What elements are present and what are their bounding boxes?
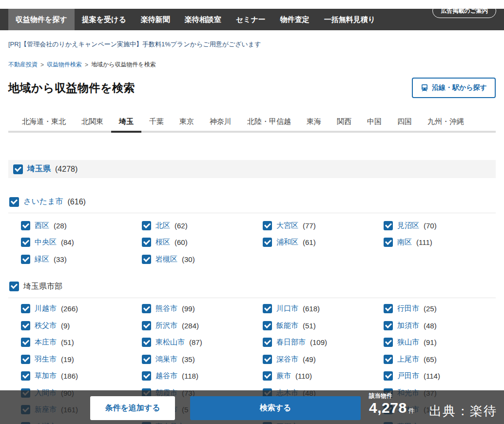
checkbox-checked-icon[interactable] [21,321,30,330]
nav-item[interactable]: 提案を受ける [75,9,134,30]
ward-label[interactable]: 見沼区 [397,221,419,230]
region-tab[interactable]: 神奈川 [202,113,239,133]
checkbox-checked-icon[interactable] [384,338,393,347]
city-checkbox-item[interactable]: 飯能市 (51) [263,317,384,334]
city-label[interactable]: 飯能市 [276,321,298,330]
region-tab[interactable]: 北関東 [74,113,111,133]
checkbox-checked-icon[interactable] [9,282,19,291]
checkbox-checked-icon[interactable] [142,255,151,264]
search-by-line-station-button[interactable]: 沿線・駅から探す [412,78,496,98]
checkbox-checked-icon[interactable] [263,221,272,230]
city-label[interactable]: 深谷市 [276,355,298,364]
nav-item[interactable]: 楽待新聞 [134,9,177,30]
checkbox-checked-icon[interactable] [384,304,393,313]
nav-item[interactable]: 一括無料見積り [317,9,383,30]
city-checkbox-item[interactable]: 草加市 (186) [21,368,142,385]
checkbox-checked-icon[interactable] [263,304,272,313]
nav-item[interactable]: 物件査定 [273,9,317,30]
city-label[interactable]: 本庄市 [35,338,57,347]
checkbox-checked-icon[interactable] [13,164,23,174]
city-label[interactable]: 狭山市 [397,338,419,347]
checkbox-checked-icon[interactable] [9,197,19,207]
city-checkbox-item[interactable]: 秩父市 (9) [21,317,142,334]
ward-checkbox-item[interactable]: 大宮区 (77) [263,217,384,234]
checkbox-checked-icon[interactable] [142,321,151,330]
ward-label[interactable]: 浦和区 [276,238,298,247]
region-tab[interactable]: 東海 [299,113,329,133]
checkbox-checked-icon[interactable] [263,338,272,347]
checkbox-checked-icon[interactable] [384,238,393,247]
region-tab[interactable]: 関西 [329,113,359,133]
city-label[interactable]: 羽生市 [35,355,57,364]
city-checkbox-item[interactable]: 狭山市 (91) [384,334,504,351]
checkbox-checked-icon[interactable] [263,371,272,381]
ward-checkbox-item[interactable]: 緑区 (33) [21,251,142,268]
city-checkbox-item[interactable]: 川口市 (618) [263,301,384,318]
checkbox-checked-icon[interactable] [142,238,151,247]
city-checkbox-item[interactable]: 本庄市 (51) [21,334,142,351]
city-checkbox-item[interactable]: 所沢市 (284) [142,317,263,334]
nav-item[interactable]: 楽待相談室 [177,9,229,30]
ward-label[interactable]: 桜区 [155,238,170,247]
ward-checkbox-item[interactable]: 西区 (28) [21,217,142,234]
city-label[interactable]: 熊谷市 [155,304,177,313]
checkbox-checked-icon[interactable] [384,371,393,381]
ward-checkbox-item[interactable]: 北区 (62) [142,217,263,234]
checkbox-checked-icon[interactable] [142,221,151,230]
checkbox-checked-icon[interactable] [21,338,30,347]
checkbox-checked-icon[interactable] [142,338,151,347]
city-label[interactable]: 行田市 [397,304,419,313]
ward-label[interactable]: 西区 [35,221,49,230]
add-condition-button[interactable]: 条件を追加する [90,396,175,420]
region-tab[interactable]: 千葉 [141,113,172,133]
city-label[interactable]: 蕨市 [276,371,291,381]
checkbox-checked-icon[interactable] [142,355,151,364]
city-label[interactable]: 草加市 [35,371,57,381]
checkbox-checked-icon[interactable] [384,355,393,364]
city-checkbox-item[interactable]: 熊谷市 (99) [142,301,263,318]
checkbox-checked-icon[interactable] [21,304,30,313]
city-checkbox-item[interactable]: 春日部市 (109) [263,334,384,351]
checkbox-checked-icon[interactable] [142,371,151,381]
city-label[interactable]: 秩父市 [35,321,57,330]
ward-label[interactable]: 南区 [397,238,412,247]
ward-checkbox-item[interactable]: 浦和区 (61) [263,234,384,251]
city-label[interactable]: 越谷市 [155,371,177,381]
checkbox-checked-icon[interactable] [21,221,30,230]
checkbox-checked-icon[interactable] [142,304,151,313]
city-checkbox-item[interactable]: 羽生市 (19) [21,351,142,368]
city-checkbox-item[interactable]: 上尾市 (65) [384,351,504,368]
city-label[interactable]: 東松山市 [155,338,185,347]
checkbox-checked-icon[interactable] [384,321,393,330]
region-tab[interactable]: 埼玉 [111,113,141,133]
ward-checkbox-item[interactable]: 見沼区 (70) [384,217,504,234]
city-label[interactable]: 春日部市 [276,338,306,347]
city-checkbox-item[interactable]: 鴻巣市 (35) [142,351,263,368]
pr-banner[interactable]: [PR]【管理会社のりかえキャンペーン実施中】手数料1%プランからご用意がござい… [8,40,496,49]
city-label[interactable]: 鴻巣市 [155,355,177,364]
checkbox-checked-icon[interactable] [21,371,30,381]
city-checkbox-item[interactable]: 東松山市 (87) [142,334,263,351]
checkbox-checked-icon[interactable] [384,221,393,230]
region-tab[interactable]: 中国 [359,113,389,133]
city-checkbox-item[interactable]: 越谷市 (118) [142,368,263,385]
city-checkbox-item[interactable]: 戸田市 (114) [384,368,504,385]
city-label[interactable]: 川口市 [276,304,298,313]
region-tab[interactable]: 北陸・甲信越 [239,113,299,133]
city-checkbox-item[interactable]: 蕨市 (110) [263,368,384,385]
search-button[interactable]: 検索する [190,396,361,420]
ward-checkbox-item[interactable]: 南区 (111) [384,234,504,251]
checkbox-checked-icon[interactable] [21,255,30,264]
ward-checkbox-item[interactable]: 中央区 (84) [21,234,142,251]
ward-label[interactable]: 岩槻区 [155,255,177,264]
city-checkbox-item[interactable]: 川越市 (266) [21,301,142,318]
ward-label[interactable]: 大宮区 [276,221,298,230]
ad-placement-button[interactable]: 広告掲載のご案内 [432,3,496,18]
region-tab[interactable]: 九州・沖縄 [420,113,472,133]
checkbox-checked-icon[interactable] [263,321,272,330]
checkbox-checked-icon[interactable] [263,238,272,247]
city-label[interactable]: 川越市 [35,304,57,313]
city-label[interactable]: 上尾市 [397,355,419,364]
prefecture-label[interactable]: 埼玉県 [27,164,51,174]
nav-item[interactable]: セミナー [229,9,273,30]
